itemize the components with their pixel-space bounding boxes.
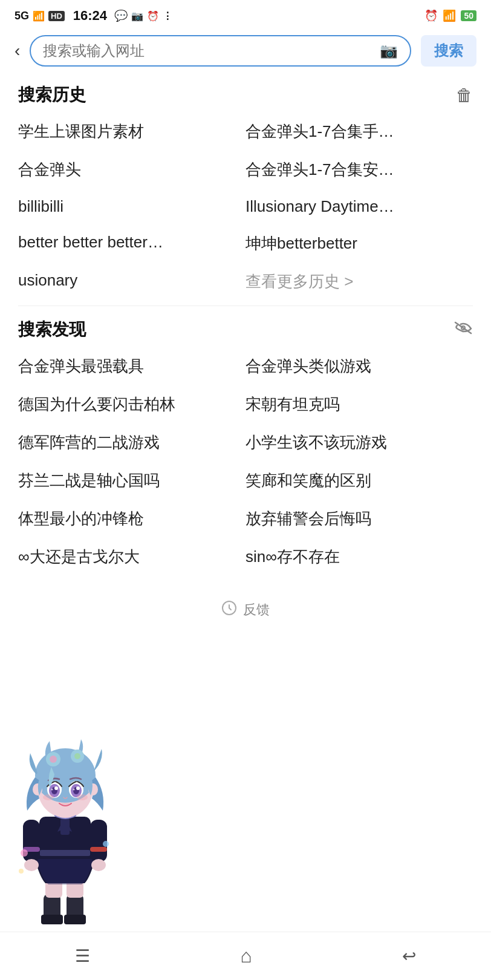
svg-point-12 <box>24 859 39 871</box>
svg-point-34 <box>76 786 80 790</box>
discovery-item[interactable]: 放弃辅警会后悔吗 <box>246 500 473 538</box>
history-item[interactable]: 学生上课图片素材 <box>18 113 246 151</box>
svg-point-14 <box>91 859 106 871</box>
bottom-nav: ☰ ⌂ ↩ <box>0 932 491 980</box>
camera-overlap-icon: 📷 <box>131 10 143 22</box>
svg-point-40 <box>19 869 24 874</box>
search-bar-container: ‹ 📷 搜索 <box>0 29 491 76</box>
svg-point-23 <box>74 753 80 759</box>
discovery-item[interactable]: 德国为什么要闪击柏林 <box>18 385 246 423</box>
history-section-header: 搜索历史 🗑 <box>0 76 491 113</box>
svg-rect-5 <box>64 915 86 924</box>
discovery-item[interactable]: 芬兰二战是轴心国吗 <box>18 462 246 500</box>
svg-rect-4 <box>41 915 63 924</box>
history-item[interactable]: billibilli <box>18 189 246 224</box>
svg-point-19 <box>35 748 96 803</box>
svg-rect-10 <box>39 850 91 856</box>
feedback-icon <box>221 600 237 619</box>
svg-point-39 <box>103 841 109 847</box>
virtual-character <box>6 732 124 932</box>
signal-text: 5G <box>15 10 29 22</box>
menu-dots-icon: ⋮ <box>163 10 172 22</box>
history-title: 搜索历史 <box>18 83 86 106</box>
page: 5G 📶 HD 16:24 💬 📷 ⏰ ⋮ ⏰ 📶 50 ‹ 📷 搜索 搜索历史… <box>0 0 491 980</box>
status-left: 5G 📶 HD 16:24 💬 📷 ⏰ ⋮ <box>15 8 172 24</box>
svg-rect-16 <box>90 847 107 852</box>
discovery-item[interactable]: ∞大还是古戈尔大 <box>18 538 246 576</box>
svg-point-35 <box>73 789 75 791</box>
discovery-section-header: 搜索发现 <box>0 311 491 347</box>
hide-discovery-button[interactable] <box>454 320 473 339</box>
hd-badge: HD <box>48 11 65 21</box>
discovery-item[interactable]: 合金弹头最强载具 <box>18 347 246 385</box>
history-item[interactable]: usionary <box>18 263 246 301</box>
feedback-label: 反馈 <box>243 601 270 619</box>
menu-nav-button[interactable]: ☰ <box>57 940 108 972</box>
signal-bars-icon: 📶 <box>33 10 45 22</box>
wifi-icon: 📶 <box>443 9 456 22</box>
alarm-icon: ⏰ <box>424 9 438 22</box>
svg-point-38 <box>21 849 28 857</box>
anime-character-svg <box>6 732 124 932</box>
discovery-item[interactable]: 小学生该不该玩游戏 <box>246 423 473 462</box>
discovery-item[interactable]: 宋朝有坦克吗 <box>246 385 473 423</box>
wechat-icon: 💬 <box>114 9 128 22</box>
home-nav-icon: ⌂ <box>240 945 252 967</box>
discovery-item[interactable]: sin∞存不存在 <box>246 538 473 576</box>
view-more-history-link[interactable]: 查看更多历史 > <box>246 263 473 301</box>
section-divider <box>18 305 473 306</box>
search-button[interactable]: 搜索 <box>421 35 476 67</box>
history-item[interactable]: 合金弹头1-7合集安… <box>246 151 473 189</box>
discovery-grid: 合金弹头最强载具 合金弹头类似游戏 德国为什么要闪击柏林 宋朝有坦克吗 德军阵营… <box>0 347 491 576</box>
discovery-item[interactable]: 合金弹头类似游戏 <box>246 347 473 385</box>
home-nav-button[interactable]: ⌂ <box>222 939 270 973</box>
feedback-section[interactable]: 反馈 <box>0 576 491 638</box>
status-bar: 5G 📶 HD 16:24 💬 📷 ⏰ ⋮ ⏰ 📶 50 <box>0 0 491 29</box>
back-button[interactable]: ‹ <box>15 41 20 60</box>
eye-slash-icon <box>454 321 473 335</box>
history-item[interactable]: Illusionary Daytime… <box>246 189 473 224</box>
status-right: ⏰ 📶 50 <box>424 9 476 22</box>
svg-point-37 <box>77 794 88 800</box>
history-grid: 学生上课图片素材 合金弹头1-7合集手… 合金弹头 合金弹头1-7合集安… bi… <box>0 113 491 301</box>
discovery-title: 搜索发现 <box>18 318 86 341</box>
history-item[interactable]: 合金弹头1-7合集手… <box>246 113 473 151</box>
svg-point-22 <box>50 756 57 763</box>
history-item[interactable]: 坤坤betterbetter <box>246 224 473 263</box>
clock-icon: ⏰ <box>147 10 159 22</box>
battery-icon: 50 <box>461 10 476 21</box>
discovery-item[interactable]: 体型最小的冲锋枪 <box>18 500 246 538</box>
svg-rect-13 <box>90 820 107 862</box>
svg-point-36 <box>43 794 54 800</box>
menu-nav-icon: ☰ <box>75 946 90 966</box>
back-nav-button[interactable]: ↩ <box>384 940 434 972</box>
svg-rect-9 <box>60 817 70 835</box>
status-time: 16:24 <box>73 8 107 24</box>
search-input[interactable] <box>43 42 372 59</box>
history-item[interactable]: better better better… <box>18 224 246 263</box>
search-input-wrapper: 📷 <box>30 35 411 67</box>
camera-search-icon[interactable]: 📷 <box>380 42 398 59</box>
delete-history-button[interactable]: 🗑 <box>456 85 473 105</box>
discovery-item[interactable]: 德军阵营的二战游戏 <box>18 423 246 462</box>
discovery-item[interactable]: 笑廊和笑魔的区别 <box>246 462 473 500</box>
svg-point-30 <box>51 789 53 791</box>
history-item[interactable]: 合金弹头 <box>18 151 246 189</box>
back-nav-icon: ↩ <box>402 946 416 966</box>
svg-point-29 <box>54 786 58 790</box>
